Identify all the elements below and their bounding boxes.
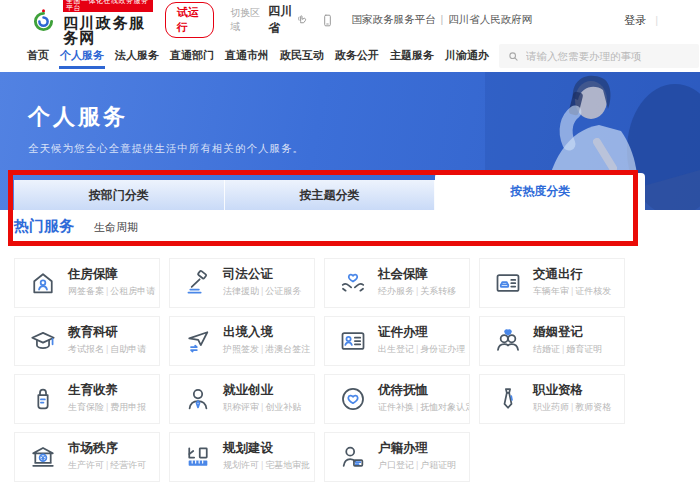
service-card-text: 规划建设规划许可|宅基地审批 [223,442,310,472]
nav-item-8[interactable]: 川渝通办 [444,43,490,69]
service-link[interactable]: 教师资格 [575,402,611,412]
service-card-title: 职业资格 [533,384,611,398]
login-button[interactable]: 登录 [624,14,646,26]
tie-icon [494,385,522,413]
service-link[interactable]: 职业药师 [533,402,569,412]
link-sichuan-gov[interactable]: 四川省人民政府网 [448,13,532,25]
service-link[interactable]: 考试报名 [68,344,104,354]
nav-item-3[interactable]: 直通部门 [169,43,215,69]
service-card[interactable]: 交通出行车辆年审|证件核发 [479,258,625,308]
subtab-0[interactable]: 热门服务 [14,210,74,246]
service-link[interactable]: 身份证办理 [420,344,465,354]
nav-item-7[interactable]: 主题服务 [389,43,435,69]
service-card[interactable]: 优待抚恤证件补换|抚恤对象认定 [324,374,470,424]
region-current-value[interactable]: 四川省 [268,3,295,37]
hero-banner: 个人服务 全天候为您全心全意提供生活中所有相关的个人服务。 按部门分类按主题分类… [0,72,700,210]
person-card-icon [339,443,367,471]
service-card[interactable]: 社会保障经办服务|关系转移 [324,258,470,308]
service-card-text: 生育收养生育保险|费用申报 [68,384,146,414]
service-card-text: 司法公证法律援助|公证服务 [223,268,301,298]
service-card-links: 网签备案|公租房申请 [68,285,155,298]
service-card[interactable]: 司法公证法律援助|公证服务 [169,258,315,308]
nav-item-home[interactable]: 首页 [26,43,50,69]
service-link[interactable]: 法律援助 [223,286,259,296]
service-link[interactable]: 生育保险 [68,402,104,412]
service-card-links: 规划许可|宅基地审批 [223,459,310,472]
service-link[interactable]: 车辆年审 [533,286,569,296]
topbar-right: 国家政务服务平台|四川省人民政府网 登录| [295,13,658,28]
service-link[interactable]: 宅基地审批 [265,460,310,470]
service-card[interactable]: 市场秩序生产许可|经营许可 [14,432,160,482]
service-card[interactable]: 教育科研考试报名|自助申请 [14,316,160,366]
service-card-links: 法律援助|公证服务 [223,285,301,298]
search-box[interactable] [499,44,699,68]
nav-item-5[interactable]: 政民互动 [279,43,325,69]
service-card[interactable]: 婚姻登记结婚证|婚育证明 [479,316,625,366]
service-link[interactable]: 生产许可 [68,460,104,470]
service-card[interactable]: 住房保障网签备案|公租房申请 [14,258,160,308]
service-card-title: 交通出行 [533,268,611,282]
mobile-icon[interactable] [320,13,335,28]
service-link[interactable]: 结婚证 [533,344,560,354]
service-card-text: 就业创业职称评审|创业补贴 [223,384,301,414]
service-link[interactable]: 公证服务 [265,286,301,296]
login-area: 登录| [624,13,658,28]
ruler-icon [184,443,212,471]
service-grid: 住房保障网签备案|公租房申请司法公证法律援助|公证服务社会保障经办服务|关系转移… [14,258,625,482]
service-card[interactable]: 就业创业职称评审|创业补贴 [169,374,315,424]
service-link[interactable]: 户籍证明 [420,460,456,470]
service-link[interactable]: 经办服务 [378,286,414,296]
service-card-links: 证件补换|抚恤对象认定 [378,401,470,414]
service-card-links: 生产许可|经营许可 [68,459,146,472]
service-card-title: 出境入境 [223,326,310,340]
service-link[interactable]: 网签备案 [68,286,104,296]
service-link[interactable]: 费用申报 [110,402,146,412]
nav-item-1[interactable]: 个人服务 [59,43,105,69]
service-card[interactable]: 证件办理出生登记|身份证办理 [324,316,470,366]
platform-label: 全国一体化在线政务服务平台 [63,0,153,12]
link-national-platform[interactable]: 国家政务服务平台 [351,13,435,25]
main-navbar: 首页个人服务法人服务直通部门直通市州政民互动政务公开主题服务川渝通办 [0,40,700,72]
service-link[interactable]: 出生登记 [378,344,414,354]
tab-category-1[interactable]: 按主题分类 [225,180,436,210]
site-name: 四川政务服务网 [63,15,153,45]
service-link[interactable]: 港澳台签注 [265,344,310,354]
service-link[interactable]: 婚育证明 [566,344,602,354]
service-card-title: 规划建设 [223,442,310,456]
accessibility-icon[interactable] [295,13,310,28]
service-link[interactable]: 自助申请 [110,344,146,354]
service-card-text: 婚姻登记结婚证|婚育证明 [533,326,602,356]
search-input[interactable] [526,50,691,62]
service-link[interactable]: 户口登记 [378,460,414,470]
heart-circle-icon [339,385,367,413]
region-switcher[interactable]: 切换区域 四川省 [230,3,295,37]
region-switch-label[interactable]: 切换区域 [230,6,260,34]
service-link[interactable]: 规划许可 [223,460,259,470]
service-card[interactable]: 职业资格职业药师|教师资格 [479,374,625,424]
service-card-text: 职业资格职业药师|教师资格 [533,384,611,414]
service-card[interactable]: 户籍办理户口登记|户籍证明 [324,432,470,482]
service-card-links: 考试报名|自助申请 [68,343,146,356]
tab-category-2[interactable]: 按热度分类 [435,173,645,210]
service-card[interactable]: 生育收养生育保险|费用申报 [14,374,160,424]
service-card[interactable]: 出境入境护照签发|港澳台签注 [169,316,315,366]
service-card[interactable]: 规划建设规划许可|宅基地审批 [169,432,315,482]
subtab-1[interactable]: 生命周期 [94,210,138,245]
service-link[interactable]: 关系转移 [420,286,456,296]
tab-category-0[interactable]: 按部门分类 [14,180,225,210]
service-link[interactable]: 证件核发 [575,286,611,296]
gavel-icon [184,269,212,297]
nav-item-2[interactable]: 法人服务 [114,43,160,69]
page-subtitle: 全天候为您全心全意提供生活中所有相关的个人服务。 [28,142,304,156]
service-link[interactable]: 公租房申请 [110,286,155,296]
service-link[interactable]: 证件补换 [378,402,414,412]
service-link[interactable]: 职称评审 [223,402,259,412]
nav-item-6[interactable]: 政务公开 [334,43,380,69]
service-link[interactable]: 创业补贴 [265,402,301,412]
service-link[interactable]: 抚恤对象认定 [420,402,470,412]
service-link[interactable]: 经营许可 [110,460,146,470]
service-card-text: 户籍办理户口登记|户籍证明 [378,442,456,472]
site-logo-icon [30,7,57,34]
nav-item-4[interactable]: 直通市州 [224,43,270,69]
service-link[interactable]: 护照签发 [223,344,259,354]
